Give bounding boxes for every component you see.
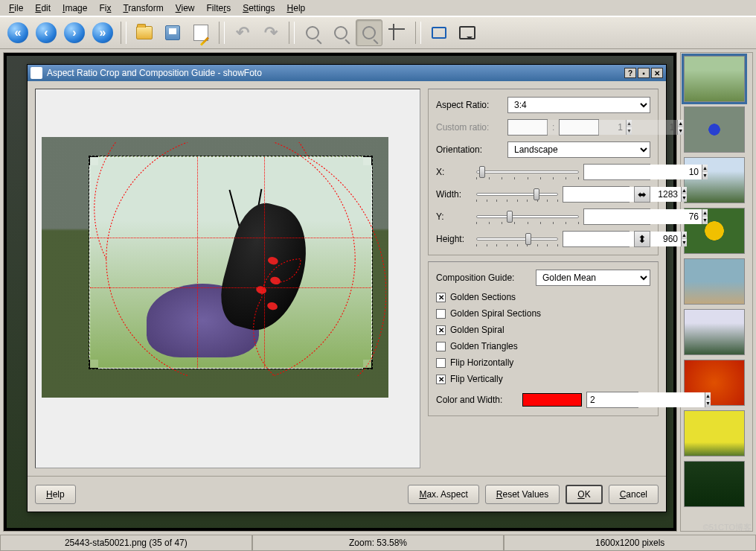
fullscreen-button[interactable] bbox=[426, 19, 452, 46]
orientation-select[interactable]: Landscape bbox=[507, 141, 650, 158]
save-icon bbox=[165, 25, 180, 40]
zoom-fit-button[interactable] bbox=[356, 19, 382, 46]
y-label: Y: bbox=[436, 211, 472, 222]
flip-horizontal-label: Flip Horizontally bbox=[450, 357, 513, 368]
guide-horizontal bbox=[90, 287, 371, 288]
guide-color-button[interactable] bbox=[522, 393, 582, 407]
crop-button[interactable] bbox=[384, 19, 411, 46]
nav-prev-button[interactable]: ‹ bbox=[33, 19, 60, 46]
custom-ratio-b: ▲▼ bbox=[559, 119, 599, 136]
guide-horizontal bbox=[90, 238, 371, 238]
custom-ratio-label: Custom ratio: bbox=[436, 122, 503, 133]
controls-pane: Aspect Ratio: 3:4 Custom ratio: ▲▼ : ▲▼ … bbox=[428, 89, 659, 468]
zoom-in-icon bbox=[306, 26, 319, 39]
center-v-icon: ⬍ bbox=[638, 233, 647, 245]
dialog-help-button[interactable]: ? bbox=[624, 68, 636, 78]
height-center-button[interactable]: ⬍ bbox=[634, 231, 650, 247]
edit-button[interactable] bbox=[188, 19, 214, 46]
color-width-label: Color and Width: bbox=[436, 395, 518, 405]
status-zoom: Zoom: 53.58% bbox=[252, 535, 504, 551]
thumbnail[interactable] bbox=[684, 410, 745, 456]
thumbnail[interactable] bbox=[684, 309, 745, 355]
status-dimensions: 1600x1200 pixels bbox=[504, 535, 756, 551]
golden-triangles-checkbox[interactable] bbox=[436, 342, 446, 351]
aspect-ratio-select[interactable]: 3:4 bbox=[507, 97, 650, 113]
reset-button[interactable]: Reset Values bbox=[485, 485, 560, 504]
crop-rectangle[interactable] bbox=[89, 156, 372, 369]
composition-guide-select[interactable]: Golden Mean bbox=[536, 270, 650, 286]
crop-handle-br[interactable] bbox=[363, 360, 372, 369]
menu-image[interactable]: Image bbox=[57, 1, 93, 16]
zoom-in-button[interactable] bbox=[299, 19, 326, 46]
max-aspect-button[interactable]: Max. Aspect bbox=[408, 485, 478, 504]
guide-vertical bbox=[197, 157, 198, 368]
flip-vertical-checkbox[interactable]: ✕ bbox=[436, 375, 446, 384]
fullscreen-icon bbox=[432, 27, 446, 39]
center-h-icon: ⬌ bbox=[638, 188, 647, 200]
nav-last-button[interactable]: » bbox=[89, 19, 116, 46]
menu-fix[interactable]: Fix bbox=[93, 1, 117, 16]
geometry-group: Aspect Ratio: 3:4 Custom ratio: ▲▼ : ▲▼ … bbox=[428, 89, 659, 255]
cancel-button[interactable]: Cancel bbox=[609, 485, 659, 504]
redo-button[interactable]: ↷ bbox=[257, 19, 284, 46]
menu-edit[interactable]: Edit bbox=[29, 1, 57, 16]
x-slider[interactable] bbox=[476, 164, 579, 180]
slideshow-button[interactable] bbox=[454, 19, 481, 46]
menu-settings[interactable]: Settings bbox=[237, 1, 281, 16]
crop-preview[interactable] bbox=[35, 89, 420, 468]
golden-spiral-sections-checkbox[interactable] bbox=[436, 309, 446, 319]
zoom-out-button[interactable] bbox=[327, 19, 354, 46]
dialog-title: Aspect Ratio Crop and Composition Guide … bbox=[47, 68, 262, 78]
width-slider[interactable] bbox=[476, 186, 558, 203]
nav-next-button[interactable]: › bbox=[61, 19, 88, 46]
undo-button[interactable]: ↶ bbox=[229, 19, 256, 46]
width-label: Width: bbox=[436, 189, 472, 200]
flip-vertical-label: Flip Vertically bbox=[450, 374, 503, 384]
crop-handle-tl[interactable] bbox=[89, 156, 98, 165]
composition-group: Composition Guide: Golden Mean ✕Golden S… bbox=[428, 261, 659, 416]
golden-spiral-checkbox[interactable]: ✕ bbox=[436, 325, 446, 335]
width-spin[interactable]: ▲▼ bbox=[563, 186, 630, 203]
dialog-min-button[interactable]: ▪ bbox=[638, 68, 650, 78]
thumbnail[interactable] bbox=[684, 106, 745, 153]
undo-icon: ↶ bbox=[236, 23, 249, 42]
menu-bar: FFileile Edit Image Fix Transform View F… bbox=[0, 0, 756, 16]
custom-ratio-a: ▲▼ bbox=[507, 119, 548, 136]
menu-file[interactable]: FFileile bbox=[3, 1, 29, 16]
flip-horizontal-checkbox[interactable] bbox=[436, 358, 446, 368]
redo-icon: ↷ bbox=[264, 23, 278, 42]
open-button[interactable] bbox=[131, 19, 158, 46]
edit-icon bbox=[193, 25, 208, 41]
crop-handle-tr[interactable] bbox=[363, 156, 372, 165]
menu-filters[interactable]: Filters bbox=[200, 1, 237, 16]
y-spin[interactable]: ▲▼ bbox=[583, 208, 650, 225]
width-center-button[interactable]: ⬌ bbox=[634, 186, 650, 203]
menu-transform[interactable]: Transform bbox=[117, 1, 169, 16]
status-file: 25443-sta50021.png (35 of 47) bbox=[0, 535, 252, 551]
dialog-help-button[interactable]: Help bbox=[35, 485, 76, 504]
thumbnail[interactable] bbox=[684, 461, 745, 507]
thumbnail[interactable] bbox=[684, 56, 745, 102]
x-spin[interactable]: ▲▼ bbox=[583, 164, 650, 180]
height-slider[interactable] bbox=[476, 231, 558, 247]
menu-help[interactable]: Help bbox=[281, 1, 312, 16]
nav-first-button[interactable]: « bbox=[4, 19, 31, 46]
folder-open-icon bbox=[136, 26, 153, 39]
dialog-close-button[interactable]: ✕ bbox=[651, 68, 663, 78]
height-spin[interactable]: ▲▼ bbox=[563, 231, 630, 247]
golden-sections-checkbox[interactable]: ✕ bbox=[436, 293, 446, 302]
zoom-out-icon bbox=[334, 26, 347, 39]
menu-view[interactable]: View bbox=[170, 1, 201, 16]
ok-button[interactable]: OK bbox=[566, 485, 602, 504]
crop-handle-bl[interactable] bbox=[89, 360, 98, 369]
dialog-titlebar[interactable]: ✦ Aspect Ratio Crop and Composition Guid… bbox=[28, 65, 666, 81]
thumbnail-strip[interactable] bbox=[680, 52, 753, 532]
guide-width-spin[interactable]: ▲▼ bbox=[586, 392, 638, 408]
y-slider[interactable] bbox=[476, 208, 579, 225]
guide-vertical bbox=[264, 157, 265, 368]
x-label: X: bbox=[436, 167, 472, 177]
main-toolbar: « ‹ › » ↶ ↷ bbox=[0, 16, 756, 49]
thumbnail[interactable] bbox=[684, 258, 745, 305]
composition-guide-label: Composition Guide: bbox=[436, 273, 531, 283]
save-button[interactable] bbox=[159, 19, 186, 46]
